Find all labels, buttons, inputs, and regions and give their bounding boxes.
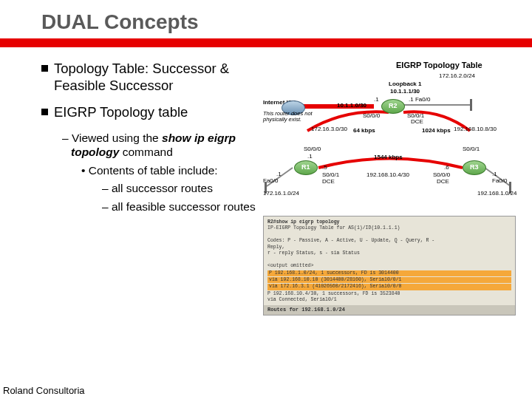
if-label: S0/0/1	[322, 171, 339, 178]
dce-label: DCE	[322, 178, 335, 185]
lan-label: 172.16.1.0/24	[263, 190, 299, 197]
if-label: S0/0/1	[463, 146, 480, 152]
speed-label: 1544 kbps	[374, 154, 403, 160]
if-label: .6	[444, 164, 449, 171]
terminal-output: R2#show ip eigrp topology IP-EIGRP Topol…	[263, 216, 516, 316]
if-label: .5	[322, 164, 327, 171]
link-label: 10.1.1.0/30	[337, 102, 366, 109]
bullet-square-icon	[41, 65, 48, 72]
lan-label: 192.168.1.0/24	[477, 190, 516, 197]
slide-title: DUAL Concepts	[0, 0, 532, 38]
term-line: P 192.168.10.4/30, 1 successors, FD is 3…	[267, 291, 511, 297]
sub-feasible-successor-routes: all feasible successor routes	[102, 200, 263, 214]
term-footer: Routes for 192.168.1.0/24	[264, 305, 515, 315]
if-label: .1 Fa0/0	[409, 96, 430, 103]
net-label: 192.168.10.4/30	[366, 171, 409, 178]
diagram-area: EIGRP Topology Table 172.16.2.0/24 Loopb…	[263, 61, 514, 219]
term-cmd: R2#show ip eigrp topology	[267, 219, 511, 225]
net-label: 192.168.10.8/30	[454, 126, 497, 132]
net-label: 172.16.3.0/30	[311, 126, 347, 132]
term-line: Reply,	[267, 245, 511, 250]
router-note: This router does not physically exist.	[263, 111, 315, 123]
left-column: Topology Table: Successor & Feasible Suc…	[41, 61, 263, 219]
if-label: .1	[492, 171, 497, 177]
sub-text-post: command	[119, 146, 172, 158]
dce-label: DCE	[411, 118, 423, 125]
term-line: Codes: P - Passive, A - Active, U - Upda…	[267, 238, 511, 244]
dce-label: DCE	[437, 178, 449, 185]
term-line: r - reply Status, s - sia Status	[267, 250, 511, 256]
bullet-topology-table: Topology Table: Successor & Feasible Suc…	[41, 61, 263, 94]
router-r1-label: R1	[301, 163, 310, 171]
bullet-eigrp-topology: EIGRP Topology table	[41, 104, 263, 121]
loopback-ip: 10.1.1.1/30	[390, 88, 420, 95]
sub-text-pre: Viewed using the	[72, 132, 162, 144]
speed-label: 64 kbps	[353, 127, 375, 134]
if-label: .1	[307, 153, 313, 160]
term-highlight: via 192.168.10.10 (3014400/28160), Seria…	[267, 277, 511, 283]
term-line: <output omitted>	[267, 263, 511, 269]
term-highlight: P 192.168.1.0/24, 1 successors, FD is 30…	[267, 270, 511, 276]
sub-contents-include: Contents of table include:	[81, 164, 263, 178]
accent-bar	[0, 38, 532, 47]
bullet-text: Topology Table: Successor & Feasible Suc…	[54, 61, 263, 94]
diagram-title: EIGRP Topology Table	[396, 61, 482, 69]
if-label: .1	[374, 96, 379, 103]
if-label: Fa0/0	[492, 177, 507, 184]
router-r3-label: R3	[470, 163, 479, 171]
net-label: 172.16.2.0/24	[439, 72, 475, 79]
term-line: IP-EIGRP Topology Table for AS(1)/ID(10.…	[267, 225, 511, 231]
slide-footer: Roland Consultoria	[3, 385, 85, 396]
if-label: S0/0/0	[363, 112, 380, 119]
loopback-label: Loopback 1	[389, 81, 421, 87]
bullet-text: EIGRP Topology table	[54, 104, 188, 121]
speed-label: 1024 kbps	[422, 127, 451, 134]
if-label: .1	[276, 171, 282, 177]
term-highlight: via 172.16.3.1 (41026560/2172416), Seria…	[267, 284, 511, 290]
sub-viewed-using: Viewed using the show ip eigrp topology …	[62, 132, 263, 160]
if-label: S0/0/0	[304, 146, 321, 152]
svg-rect-4	[470, 99, 472, 111]
router-r2-label: R2	[389, 102, 398, 109]
bullet-square-icon	[41, 109, 48, 115]
if-label: S0/0/0	[433, 171, 450, 178]
content-area: Topology Table: Successor & Feasible Suc…	[0, 47, 532, 219]
if-label: Fa0/0	[263, 177, 278, 184]
term-line: via Connected, Serial0/1	[267, 297, 511, 303]
sub-successor-routes: all successor routes	[102, 182, 263, 196]
